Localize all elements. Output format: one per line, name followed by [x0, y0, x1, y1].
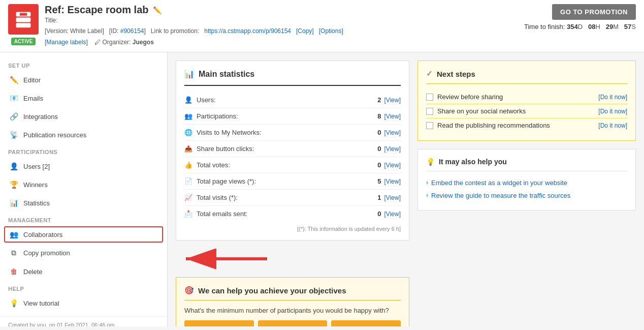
stat-view-link[interactable]: [View]: [384, 113, 401, 120]
step-checkbox[interactable]: [426, 122, 433, 129]
stat-view-link[interactable]: [View]: [384, 145, 401, 153]
stat-view-link[interactable]: [View]: [384, 211, 401, 218]
copy-promotion-label: Copy promotion: [23, 249, 70, 257]
stat-row: 📩 Total emails sent: 0 [View]: [184, 206, 401, 222]
title-sublabel: Title:: [45, 17, 343, 24]
integrations-icon: 🔗: [9, 112, 18, 121]
stat-label: 📤 Share button clicks:: [184, 145, 254, 153]
tutorial-icon: 💡: [9, 299, 18, 307]
do-now-link[interactable]: [Do it now]: [598, 122, 627, 129]
hours-value: 08: [588, 23, 595, 31]
stat-name: Total page views (*):: [197, 177, 256, 185]
stat-label: 📩 Total emails sent:: [184, 210, 247, 218]
stat-name: Participations:: [197, 112, 238, 120]
arrow-svg: [176, 249, 267, 269]
stats-note: [(*): This information is updated every …: [184, 226, 401, 232]
winners-icon: 🏆: [9, 181, 18, 189]
stat-view-link[interactable]: [View]: [384, 97, 401, 104]
obj-btn-10[interactable]: + 10: [184, 320, 254, 326]
id-link[interactable]: #906154: [120, 27, 144, 35]
stat-icon: 📤: [184, 145, 192, 153]
step-checkbox[interactable]: [426, 94, 433, 101]
organizer-icon: 🖊: [94, 39, 101, 46]
objectives-buttons: + 10 + 100 + 500 + 1000 + 5000 + 10000: [184, 320, 401, 326]
stat-row: 👥 Participations: 8 [View]: [184, 108, 401, 125]
stat-value: 0 [View]: [377, 145, 401, 153]
obj-btn-100[interactable]: + 100: [258, 320, 328, 326]
options-link[interactable]: [Options]: [319, 27, 343, 35]
days-label: D: [578, 23, 583, 31]
svg-rect-6: [25, 19, 28, 21]
editor-icon: ✏️: [9, 76, 18, 84]
header-left: ACTIVE Ref: Escape room lab ✏️ Title: [V…: [8, 4, 343, 48]
copy-promotion-icon: ⧉: [9, 249, 18, 257]
delete-label: Delete: [23, 268, 43, 276]
logo-icon: [14, 10, 33, 28]
sidebar-item-winners[interactable]: 🏆 Winners: [0, 175, 167, 194]
sidebar-item-users[interactable]: 👤 Users [2]: [0, 157, 167, 175]
sidebar-footer: Created by you, on 01 Feb 2021, 06:46 pm…: [0, 316, 167, 326]
step-left: Review before sharing: [426, 93, 503, 101]
sidebar-item-collaborators[interactable]: 👥 Collaborators: [4, 226, 163, 243]
chevron-right-icon: ›: [426, 179, 428, 186]
logo: [8, 4, 39, 35]
do-now-link[interactable]: [Do it now]: [598, 108, 627, 115]
sidebar-item-statistics[interactable]: 📊 Statistics: [0, 194, 167, 212]
sidebar-item-copy-promotion[interactable]: ⧉ Copy promotion: [0, 244, 167, 262]
step-left: Share on your social networks: [426, 107, 526, 115]
stat-view-link[interactable]: [View]: [384, 162, 401, 169]
promotion-url[interactable]: https://a.cstmapp.com/p/906154: [204, 27, 291, 35]
do-now-link[interactable]: [Do it now]: [598, 94, 627, 101]
obj-btn-500[interactable]: + 500: [331, 320, 401, 326]
stats-panel: 📊 Main statistics 👤 Users: 2 [View] 👥 Pa…: [176, 61, 409, 241]
stat-number: 0: [377, 161, 381, 169]
sidebar-item-delete[interactable]: 🗑 Delete: [0, 262, 167, 281]
copy-link[interactable]: [Copy]: [296, 27, 314, 35]
sidebar-item-emails[interactable]: 📧 Emails: [0, 89, 167, 107]
help-link[interactable]: Review the guide to measure the traffic …: [431, 192, 570, 199]
next-steps-title: ✓ Next steps: [426, 69, 627, 84]
stat-view-link[interactable]: [View]: [384, 178, 401, 185]
seconds-value: 57: [624, 23, 631, 31]
next-step-item: Share on your social networks [Do it now…: [426, 104, 627, 118]
seconds-label: S: [631, 23, 636, 31]
stat-name: Total visits (*):: [197, 194, 238, 201]
stats-rows: 👤 Users: 2 [View] 👥 Participations: 8 [V…: [184, 92, 401, 222]
objectives-question: What's the minimum number of participant…: [184, 307, 401, 314]
help-title: 💡 It may also help you: [426, 158, 627, 171]
users-icon: 👤: [9, 162, 18, 170]
help-panel: 💡 It may also help you › Embed the conte…: [417, 149, 636, 211]
stat-number: 2: [377, 96, 381, 104]
sidebar-item-tutorial[interactable]: 💡 View tutorial: [0, 294, 167, 312]
sidebar-item-publication[interactable]: 📡 Publication resources: [0, 126, 167, 144]
go-promotion-button[interactable]: GO TO PROMOTION: [552, 4, 636, 20]
stat-label: 📈 Total visits (*):: [184, 194, 238, 201]
arrow-container: [176, 249, 409, 269]
stat-row: 👤 Users: 2 [View]: [184, 92, 401, 108]
sidebar-item-editor[interactable]: ✏️ Editor: [0, 71, 167, 89]
setup-section-title: SET UP: [0, 57, 167, 71]
manage-labels-link[interactable]: [Manage labels]: [45, 39, 88, 46]
sidebar-item-integrations[interactable]: 🔗 Integrations: [0, 107, 167, 126]
svg-rect-2: [16, 23, 31, 27]
stat-label: 👥 Participations:: [184, 112, 238, 120]
stat-value: 5 [View]: [377, 177, 401, 185]
stat-icon: 👥: [184, 112, 192, 120]
stat-icon: 📩: [184, 210, 192, 218]
stat-row: 📤 Share button clicks: 0 [View]: [184, 141, 401, 157]
edit-icon[interactable]: ✏️: [153, 6, 162, 14]
statistics-icon: 📊: [9, 199, 18, 207]
stat-icon: 👍: [184, 161, 192, 169]
step-checkbox[interactable]: [426, 108, 433, 115]
stat-label: 👤 Users:: [184, 96, 216, 104]
help-link[interactable]: Embed the contest as a widget in your we…: [431, 179, 567, 187]
stat-number: 8: [377, 112, 381, 120]
stat-view-link[interactable]: [View]: [384, 129, 401, 136]
integrations-label: Integrations: [23, 113, 58, 121]
stat-view-link[interactable]: [View]: [384, 194, 401, 201]
collaborators-icon: 👥: [9, 230, 18, 238]
header-right: GO TO PROMOTION Time to finish: 354D 08H…: [524, 4, 636, 31]
stat-label: 📄 Total page views (*):: [184, 177, 256, 185]
next-steps-items: Review before sharing [Do it now] Share …: [426, 90, 627, 132]
next-step-item: Read the publishing recommendations [Do …: [426, 118, 627, 132]
